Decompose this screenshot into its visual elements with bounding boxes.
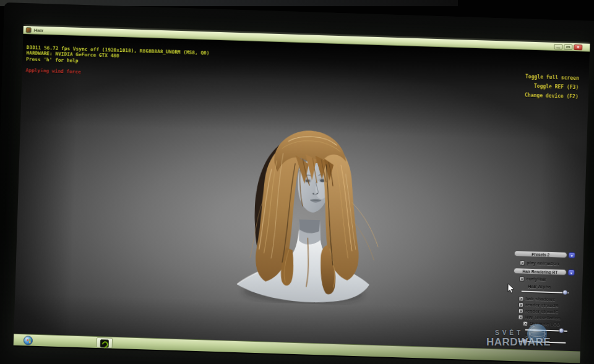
window-controls <box>554 44 582 50</box>
active-app-slot[interactable] <box>97 337 113 349</box>
start-button[interactable] <box>24 336 33 345</box>
checkbox-hair-shadows[interactable]: hair shadows <box>519 295 555 302</box>
checkbox-box[interactable] <box>518 315 523 320</box>
chevron-down-icon[interactable] <box>569 252 575 258</box>
hair-control-panel: Presets 2 play animation Hair Rendering … <box>511 248 583 349</box>
windows-logo-icon <box>27 339 31 343</box>
chevron-down-icon[interactable] <box>568 269 575 276</box>
hud-wind-warning: Applying wind force <box>26 67 81 75</box>
hud-buttons: Toggle full screen Toggle REF (F3) Chang… <box>525 72 579 102</box>
hair-alpha-slider[interactable] <box>522 288 569 295</box>
toggle-fullscreen-button[interactable]: Toggle full screen <box>525 72 579 83</box>
checkbox-label: HW Tessellation <box>525 315 561 321</box>
hair-width-slider[interactable] <box>519 338 566 345</box>
checkbox-dynamic-lod[interactable]: Dynamic LOD <box>523 321 560 328</box>
checkbox-label: curlyHair <box>526 276 546 282</box>
checkbox-label: render strandB <box>525 302 559 309</box>
checkbox-label: play animation <box>527 260 559 267</box>
checkbox-box[interactable] <box>519 296 523 301</box>
checkbox-curly-hair[interactable]: curlyHair <box>519 276 546 282</box>
checkbox-label: render strandC <box>525 308 559 315</box>
checkbox-box[interactable] <box>520 260 525 265</box>
slider-handle[interactable] <box>562 290 568 295</box>
change-device-button[interactable]: Change device (F2) <box>525 91 579 102</box>
window-title: Hair <box>34 28 44 33</box>
checkbox-box[interactable] <box>519 276 524 281</box>
presets-combo-value[interactable]: Presets 2 <box>514 250 567 258</box>
slider-handle[interactable] <box>522 339 527 344</box>
minimize-button[interactable] <box>554 44 562 49</box>
slider-handle[interactable] <box>559 328 564 333</box>
nvidia-demo-icon[interactable] <box>100 339 109 347</box>
checkbox-box[interactable] <box>519 302 523 307</box>
render-viewport[interactable]: D3D11 56.72 fps Vsync off (1920x1018), R… <box>14 34 590 353</box>
slider-track[interactable] <box>522 290 569 293</box>
presets-combo[interactable]: Presets 2 <box>514 250 575 258</box>
checkbox-label: hair shadows <box>525 296 555 303</box>
mouse-cursor <box>507 283 515 294</box>
checkbox-box[interactable] <box>519 308 523 313</box>
hair-rendering-combo[interactable]: Hair Rendering RT <box>514 268 575 276</box>
hair-rendering-combo-value[interactable]: Hair Rendering RT <box>514 268 567 276</box>
hud-stats: D3D11 56.72 fps Vsync off (1920x1018), R… <box>26 44 209 67</box>
checkbox-box[interactable] <box>523 321 528 326</box>
checkbox-play-animation[interactable]: play animation <box>520 260 559 266</box>
maximize-button[interactable] <box>564 44 572 49</box>
hair-demo-bust <box>231 125 384 306</box>
close-button[interactable] <box>574 44 582 50</box>
screen: Hair <box>14 24 590 364</box>
app-icon <box>26 27 32 33</box>
checkbox-label: Dynamic LOD <box>530 321 560 328</box>
